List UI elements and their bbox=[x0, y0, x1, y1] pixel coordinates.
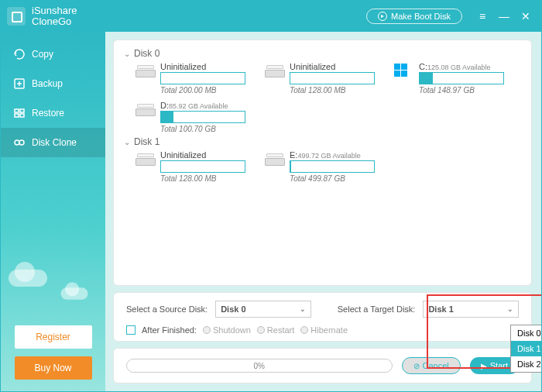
backup-icon bbox=[13, 77, 26, 90]
buy-now-button[interactable]: Buy Now bbox=[15, 356, 92, 380]
usage-bar bbox=[160, 160, 245, 173]
partition-title: D:85.92 GB Available bbox=[160, 101, 256, 110]
disk-clone-icon bbox=[13, 136, 26, 149]
sidebar-item-label: Backup bbox=[32, 78, 63, 89]
svg-point-5 bbox=[15, 140, 19, 145]
make-boot-disk-button[interactable]: Make Boot Disk bbox=[366, 9, 462, 24]
sidebar-item-copy[interactable]: Copy bbox=[1, 40, 105, 69]
sidebar-item-backup[interactable]: Backup bbox=[1, 69, 105, 98]
progress-percent: 0% bbox=[254, 362, 265, 370]
target-disk-dropdown[interactable]: Disk 0Disk 1Disk 2 bbox=[510, 325, 541, 373]
partition-title: Uninitialized bbox=[160, 150, 256, 160]
dropdown-option[interactable]: Disk 0 bbox=[511, 325, 541, 341]
dropdown-option[interactable]: Disk 1 bbox=[511, 341, 541, 356]
shutdown-label: Shutdown bbox=[213, 325, 251, 335]
hdd-icon bbox=[136, 152, 156, 166]
disks-panel: ⌄ Disk 0 UninitializedTotal 200.00 MBUni… bbox=[113, 40, 532, 286]
disk1-header[interactable]: ⌄ Disk 1 bbox=[123, 136, 520, 147]
make-boot-label: Make Boot Disk bbox=[391, 12, 451, 21]
restore-icon bbox=[13, 107, 26, 119]
cancel-button[interactable]: ⊘Cancel bbox=[402, 357, 461, 374]
disk0-label: Disk 0 bbox=[134, 48, 160, 59]
chevron-down-icon: ⌄ bbox=[123, 50, 131, 58]
shutdown-radio[interactable]: Shutdown bbox=[203, 325, 251, 335]
copy-icon bbox=[13, 48, 26, 60]
sidebar-item-restore[interactable]: Restore bbox=[1, 98, 105, 128]
usage-bar bbox=[419, 72, 504, 84]
sidebar-item-label: Copy bbox=[32, 49, 53, 60]
sidebar-item-label: Disk Clone bbox=[32, 137, 77, 148]
sidebar-item-disk-clone[interactable]: Disk Clone bbox=[1, 128, 105, 157]
app-name: iSunshare CloneGo bbox=[32, 5, 77, 28]
radio-icon bbox=[203, 326, 211, 334]
chevron-down-icon: ⌄ bbox=[123, 138, 131, 146]
partition-title: Uninitialized bbox=[160, 62, 256, 71]
play-icon bbox=[378, 12, 387, 21]
hdd-icon bbox=[265, 64, 285, 77]
main-area: ⌄ Disk 0 UninitializedTotal 200.00 MBUni… bbox=[105, 32, 541, 391]
restart-label: Restart bbox=[267, 325, 294, 335]
usage-bar bbox=[160, 111, 245, 123]
source-disk-label: Select a Source Disk: bbox=[126, 304, 208, 314]
hdd-icon bbox=[136, 102, 156, 116]
cloud-deco bbox=[61, 287, 88, 299]
target-disk-select[interactable]: Disk 1 ⌄ bbox=[423, 301, 519, 318]
after-finished-checkbox[interactable] bbox=[126, 325, 136, 335]
titlebar: iSunshare CloneGo Make Boot Disk ≡ — ✕ bbox=[1, 1, 541, 32]
cancel-icon: ⊘ bbox=[413, 362, 420, 370]
register-label: Register bbox=[36, 332, 70, 342]
progress-bar: 0% bbox=[126, 359, 393, 373]
progress-panel: 0% ⊘Cancel ▶Start bbox=[113, 348, 532, 383]
hdd-icon bbox=[136, 64, 156, 77]
cloud-deco bbox=[9, 270, 47, 287]
close-icon[interactable]: ✕ bbox=[516, 7, 535, 26]
play-icon: ▶ bbox=[481, 362, 487, 370]
register-button[interactable]: Register bbox=[15, 325, 92, 349]
partition-title: C:125.08 GB Available bbox=[419, 62, 514, 71]
usage-bar bbox=[160, 72, 245, 84]
hibernate-radio[interactable]: Hibernate bbox=[300, 325, 348, 335]
chevron-down-icon: ⌄ bbox=[300, 305, 306, 313]
sidebar-item-label: Restore bbox=[32, 108, 64, 119]
partition[interactable]: E:499.72 GB AvailableTotal 499.87 GB bbox=[265, 150, 385, 183]
partition-title: Uninitialized bbox=[290, 62, 385, 71]
source-disk-value: Disk 0 bbox=[221, 304, 245, 314]
minimize-icon[interactable]: — bbox=[495, 7, 513, 26]
svg-rect-3 bbox=[15, 114, 19, 117]
app-logo bbox=[7, 7, 26, 26]
partition-total: Total 200.00 MB bbox=[160, 86, 256, 95]
target-disk-label: Select a Target Disk: bbox=[338, 304, 416, 314]
partition-total: Total 128.00 MB bbox=[290, 86, 385, 95]
svg-point-6 bbox=[19, 140, 24, 145]
svg-rect-4 bbox=[20, 114, 24, 117]
buynow-label: Buy Now bbox=[34, 363, 71, 373]
source-disk-select[interactable]: Disk 0 ⌄ bbox=[215, 301, 311, 318]
partition-total: Total 100.70 GB bbox=[160, 125, 256, 133]
usage-bar bbox=[290, 160, 375, 173]
partition[interactable]: UninitializedTotal 128.00 MB bbox=[136, 150, 256, 183]
svg-rect-2 bbox=[20, 109, 24, 112]
chevron-down-icon: ⌄ bbox=[507, 305, 513, 313]
svg-rect-1 bbox=[15, 109, 19, 112]
partition-title: E:499.72 GB Available bbox=[290, 150, 385, 160]
dropdown-option[interactable]: Disk 2 bbox=[511, 356, 541, 372]
partition-total: Total 499.87 GB bbox=[290, 174, 385, 183]
menu-icon[interactable]: ≡ bbox=[473, 7, 492, 26]
radio-icon bbox=[300, 326, 308, 334]
after-finished-label: After Finished: bbox=[142, 325, 197, 335]
radio-icon bbox=[257, 326, 265, 334]
partition[interactable]: C:125.08 GB AvailableTotal 148.97 GB bbox=[394, 62, 514, 95]
target-disk-value: Disk 1 bbox=[428, 304, 453, 314]
hdd-icon bbox=[265, 152, 285, 166]
partition[interactable]: UninitializedTotal 200.00 MB bbox=[136, 62, 256, 95]
partition[interactable]: D:85.92 GB AvailableTotal 100.70 GB bbox=[136, 101, 256, 133]
disk0-header[interactable]: ⌄ Disk 0 bbox=[123, 48, 520, 59]
partition-total: Total 128.00 MB bbox=[160, 174, 256, 183]
partition[interactable]: UninitializedTotal 128.00 MB bbox=[265, 62, 385, 95]
windows-drive-icon bbox=[394, 64, 414, 77]
start-label: Start bbox=[490, 361, 508, 370]
sidebar: Copy Backup Restore Disk Clone Registe bbox=[1, 32, 105, 391]
partition-total: Total 148.97 GB bbox=[419, 86, 514, 95]
cancel-label: Cancel bbox=[423, 361, 449, 370]
restart-radio[interactable]: Restart bbox=[257, 325, 294, 335]
